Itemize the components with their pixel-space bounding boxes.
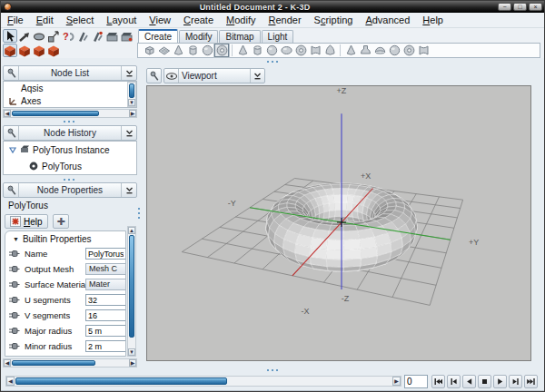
create-hyperboloid-button[interactable] <box>308 44 322 57</box>
scale-tool[interactable] <box>46 29 61 43</box>
property-value-button[interactable]: Mesh C <box>85 263 126 275</box>
forward-end-button[interactable] <box>524 375 538 388</box>
plug-icon[interactable] <box>8 264 20 274</box>
help-button[interactable]: Help <box>5 214 48 229</box>
node-list-item[interactable]: Aqsis <box>4 82 136 94</box>
torus-3d-view[interactable]: +X-X+Y-Y+Z-Z <box>147 86 530 360</box>
panel-splitter[interactable] <box>3 118 135 125</box>
node-list-item[interactable]: Axes <box>4 94 136 107</box>
frame-number-field[interactable] <box>404 375 428 388</box>
scrollbar-thumb[interactable] <box>12 111 99 116</box>
plug-icon[interactable] <box>8 341 20 351</box>
timeline-thumb[interactable] <box>15 377 227 385</box>
measure-angle-tool[interactable] <box>90 29 104 43</box>
menu-edit[interactable]: Edit <box>30 14 60 26</box>
play-forward-button[interactable] <box>493 375 507 388</box>
select-vertices-mode[interactable] <box>17 44 32 57</box>
create-cone-button[interactable] <box>343 44 358 57</box>
node-history-item[interactable]: PolyTorus <box>4 158 136 174</box>
scrollbar-thumb[interactable] <box>12 360 95 366</box>
maximize-button[interactable]: □ <box>513 3 527 11</box>
previous-key-button[interactable] <box>447 375 461 388</box>
plug-icon[interactable] <box>8 310 20 320</box>
create-torus-button[interactable] <box>214 44 229 57</box>
plug-icon[interactable] <box>8 249 20 259</box>
rewind-button[interactable] <box>431 375 445 388</box>
vertical-splitter[interactable] <box>138 208 140 219</box>
node-history-item[interactable]: PolyTorus Instance <box>4 142 136 158</box>
menu-file[interactable]: File <box>1 14 30 26</box>
tab-modify[interactable]: Modify <box>179 30 218 43</box>
tab-bitmap[interactable]: Bitmap <box>219 30 260 43</box>
menu-view[interactable]: View <box>143 14 177 26</box>
property-value-input[interactable] <box>85 340 126 352</box>
plug-icon[interactable] <box>8 326 20 336</box>
select-tool[interactable] <box>3 29 17 43</box>
pin-icon[interactable] <box>4 126 19 140</box>
builtin-properties-section[interactable]: ▼Builtin Properties <box>5 231 125 246</box>
play-backward-button[interactable] <box>462 375 476 388</box>
select-nodes-mode[interactable] <box>3 44 17 57</box>
add-property-button[interactable]: ✚ <box>53 214 69 229</box>
node-list-vertical-scrollbar[interactable]: ▼ <box>127 82 136 107</box>
menu-render[interactable]: Render <box>262 14 307 26</box>
expander-icon[interactable] <box>8 145 17 154</box>
create-cone-button[interactable] <box>235 44 250 57</box>
stop-button[interactable] <box>478 375 491 388</box>
panel-menu-icon[interactable] <box>121 126 136 140</box>
scroll-right-icon[interactable]: ▶ <box>392 377 401 386</box>
create-torus-button[interactable] <box>401 44 416 57</box>
panel-menu-icon[interactable] <box>121 66 136 80</box>
property-value-button[interactable]: Mater <box>85 279 126 290</box>
minimize-button[interactable]: − <box>498 3 511 11</box>
create-sphere-button[interactable] <box>264 44 279 57</box>
render-frame-tool[interactable] <box>119 29 134 43</box>
horizontal-splitter[interactable] <box>1 58 544 65</box>
select-edges-mode[interactable] <box>32 44 46 57</box>
node-history-tree[interactable]: PolyTorus InstancePolyTorus <box>3 141 137 175</box>
menu-select[interactable]: Select <box>60 14 101 26</box>
menu-create[interactable]: Create <box>177 14 220 26</box>
property-value-input[interactable] <box>85 325 126 337</box>
menu-layout[interactable]: Layout <box>100 14 143 26</box>
create-grid-button[interactable] <box>156 44 171 57</box>
render-preview-tool[interactable] <box>104 29 119 43</box>
scroll-left-icon[interactable]: ◀ <box>4 110 11 117</box>
create-hemisphere-button[interactable] <box>372 44 387 57</box>
tab-create[interactable]: Create <box>138 29 178 43</box>
chevron-down-icon[interactable] <box>250 69 264 83</box>
create-cylinder-button[interactable] <box>185 44 200 57</box>
plug-icon[interactable] <box>8 295 20 305</box>
create-hyperboloid-button[interactable] <box>416 44 431 57</box>
create-paraboloid-button[interactable] <box>322 44 337 57</box>
rotate-tool[interactable] <box>32 29 46 43</box>
menu-modify[interactable]: Modify <box>220 14 262 26</box>
move-tool[interactable] <box>17 29 32 43</box>
node-list[interactable]: AqsisAxes <box>3 81 137 108</box>
property-value-input[interactable] <box>85 248 126 260</box>
create-sphere-button[interactable] <box>200 44 214 57</box>
panel-menu-icon[interactable] <box>121 183 136 197</box>
menu-help[interactable]: Help <box>416 14 450 26</box>
scroll-left-icon[interactable]: ◀ <box>6 377 15 386</box>
properties-vertical-scrollbar[interactable]: ▲ ▼ <box>127 226 136 357</box>
timeline-scrollbar[interactable]: ◀ ▶ <box>5 376 401 387</box>
create-bell-button[interactable] <box>358 44 372 57</box>
scroll-down-icon[interactable]: ▼ <box>128 99 135 106</box>
tab-light[interactable]: Light <box>262 30 294 43</box>
plug-icon[interactable] <box>8 279 20 289</box>
scroll-down-icon[interactable]: ▼ <box>128 348 135 356</box>
viewport-canvas[interactable]: +X-X+Y-Y+Z-Z <box>146 85 531 361</box>
pin-icon[interactable] <box>4 183 19 197</box>
scroll-up-icon[interactable]: ▲ <box>128 227 135 234</box>
close-button[interactable]: × <box>529 3 542 11</box>
scrollbar-thumb[interactable] <box>129 83 134 98</box>
horizontal-splitter[interactable] <box>1 367 544 374</box>
snap-tool[interactable]: ? <box>61 29 75 43</box>
viewport-selector[interactable]: Viewport <box>164 68 265 83</box>
scroll-left-icon[interactable]: ◀ <box>4 359 11 367</box>
property-value-input[interactable] <box>85 294 126 306</box>
create-torus-button[interactable] <box>293 44 308 57</box>
property-value-input[interactable] <box>85 309 126 321</box>
scroll-right-icon[interactable]: ▶ <box>129 110 136 117</box>
